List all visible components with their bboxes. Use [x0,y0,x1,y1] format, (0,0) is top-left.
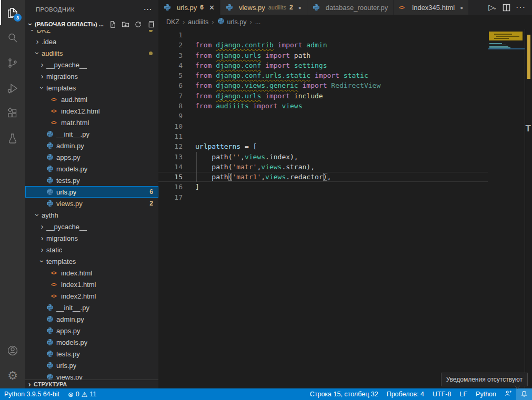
tree-item-migrations[interactable]: ›migrations [25,70,158,82]
python-file-icon [46,200,56,207]
activity-search-icon[interactable] [0,25,25,50]
breadcrumb-urls-py[interactable]: urls.py [217,17,247,26]
code-editor[interactable]: 1 2from django.contrib import admin3from… [158,29,532,388]
code-line-6[interactable]: 6from django.views.generic import Redire… [158,80,488,90]
python-file-icon [46,177,56,184]
chevron-right-icon: › [38,246,46,253]
tab-views-py[interactable]: views.py audiiits 2 ● [220,0,307,15]
code-line-8[interactable]: 8from audiiits import views [158,101,488,111]
tree-item-templates[interactable]: ›templates [25,255,158,267]
breadcrumb-[interactable]: ... [255,18,260,26]
code-line-13[interactable]: 13 path('',views.index), [158,152,488,162]
tree-item-models-py[interactable]: models.py [25,163,158,175]
status-indentation[interactable]: Пробелов: 4 [383,388,428,400]
chevron-right-icon: › [33,38,42,45]
workspace-section-header[interactable]: › (РАБОЧАЯ ОБЛАСТЬ) ... [25,18,158,30]
chevron-down-icon: › [29,30,36,34]
status-encoding[interactable]: UTF-8 [428,388,455,400]
tree-item-apps-py[interactable]: apps.py [25,325,158,336]
tree-item-admin-py[interactable]: admin.py [25,140,158,151]
outline-section-header[interactable]: › СТРУКТУРА [25,380,158,388]
tree-item-audiiits[interactable]: ›audiiits [25,47,158,59]
tree-item-admin-py[interactable]: admin.py [25,313,158,325]
tree-item-views-py[interactable]: views.py2 [25,198,158,209]
status-notifications[interactable] [516,388,532,400]
close-icon[interactable]: ✕ [209,4,215,12]
tree-item-urls-py[interactable]: urls.py [25,360,158,371]
minimap[interactable] [488,29,525,388]
run-button[interactable]: ▷ ⌄ [488,3,497,12]
breadcrumb-dkz[interactable]: DKZ [166,18,179,26]
status-cursor-position[interactable]: Строка 15, столбец 32 [306,388,383,400]
code-line-1[interactable]: 1 [158,30,488,40]
tree-item-index12-html[interactable]: <>index12.html [25,105,158,117]
new-file-icon[interactable] [108,19,117,29]
tab-urls-py[interactable]: urls.py 6 ✕ [158,0,220,15]
tree-item-tests-py[interactable]: tests.py [25,348,158,360]
tab-database-roouter-py[interactable]: database_roouter.py [307,0,394,15]
code-line-14[interactable]: 14 path('matr',views.stran), [158,162,488,172]
status-eol[interactable]: LF [455,388,471,400]
new-folder-icon[interactable] [121,19,130,29]
tree-item-aud-html[interactable]: <>aud.html [25,94,158,105]
status-problems[interactable]: ⊗0⚠11 [64,388,101,400]
tree-item-init-py[interactable]: __init__.py [25,128,158,140]
tree-item-static[interactable]: ›static [25,244,158,255]
tree-item-migrations[interactable]: ›migrations [25,232,158,244]
tree-item-matr-html[interactable]: <>matr.html [25,117,158,128]
code-line-12[interactable]: 12urlpatterns = [ [158,141,488,151]
activity-extensions-icon[interactable] [0,101,25,126]
activity-settings-icon[interactable]: ⚙ [0,363,25,388]
code-line-4[interactable]: 4from django.conf import settings [158,60,488,70]
code-line-11[interactable]: 11 [158,131,488,141]
sidebar-more-actions-icon[interactable]: ⋯ [143,4,152,14]
tree-item-tests-py[interactable]: tests.py [25,175,158,186]
tree-item-models-py[interactable]: models.py [25,336,158,348]
status-language-mode[interactable]: Python [471,388,500,400]
tree-item-views-py[interactable]: views.py [25,371,158,380]
tree-item-templates[interactable]: ›templates [25,82,158,94]
tree-item-pycache[interactable]: ›__pycache__ [25,221,158,232]
tree-item-pycache[interactable]: ›__pycache__ [25,59,158,70]
status-python-version[interactable]: Python 3.9.5 64-bit [0,388,64,400]
tree-item-index2-html[interactable]: <>index2.html [25,290,158,302]
code-line-16[interactable]: 16] [158,182,488,192]
status-feedback[interactable] [500,388,516,400]
code-area[interactable]: 1 2from django.contrib import admin3from… [158,29,488,388]
tree-item-urls-py[interactable]: urls.py6 [25,186,158,198]
breadcrumb-audiiits[interactable]: audiiits [188,18,208,26]
more-actions-button[interactable]: ··· [516,3,526,12]
activity-account-icon[interactable] [0,338,25,363]
python-file-icon [46,327,56,334]
tree-item-dkz[interactable]: ›DKZ [25,30,158,36]
activity-explorer-icon[interactable]: 3 [0,0,25,25]
problems-badge: 2 [289,4,293,11]
code-line-17[interactable]: 17 [158,192,488,202]
overview-ruler[interactable]: T [525,29,532,388]
refresh-icon[interactable] [133,19,143,29]
split-editor-button[interactable] [503,4,510,12]
line-number: 14 [158,162,183,172]
code-line-3[interactable]: 3from django.urls import path [158,50,488,60]
tree-item-index1-html[interactable]: <>index1.html [25,279,158,290]
code-line-7[interactable]: 7from django.urls import include [158,91,488,101]
tab-description: audiiits [268,4,286,11]
code-line-9[interactable]: 9 [158,111,488,121]
tree-item-apps-py[interactable]: apps.py [25,151,158,163]
activity-source-control-icon[interactable] [0,50,25,76]
tree-item-init-py[interactable]: __init__.py [25,302,158,313]
file-tree: ›DKZ›.idea›audiiits›__pycache__›migratio… [25,30,158,380]
tree-item-idea[interactable]: ›.idea [25,36,158,47]
activity-run-debug-icon[interactable] [0,76,25,101]
line-number: 4 [158,60,183,70]
code-line-15[interactable]: 15 path('matr1',views.redactor), [158,172,488,182]
tree-item-aythh[interactable]: ›aythh [25,209,158,221]
code-line-5[interactable]: 5from django.conf.urls.static import sta… [158,70,488,80]
code-line-2[interactable]: 2from django.contrib import admin [158,40,488,50]
tree-item-index-html[interactable]: <>index.html [25,267,158,279]
feedback-icon [505,390,512,399]
tab-index345-html[interactable]: <> index345.html ● [394,0,469,15]
activity-testing-icon[interactable] [0,126,25,151]
code-line-10[interactable]: 10 [158,121,488,131]
collapse-all-icon[interactable] [146,19,155,29]
